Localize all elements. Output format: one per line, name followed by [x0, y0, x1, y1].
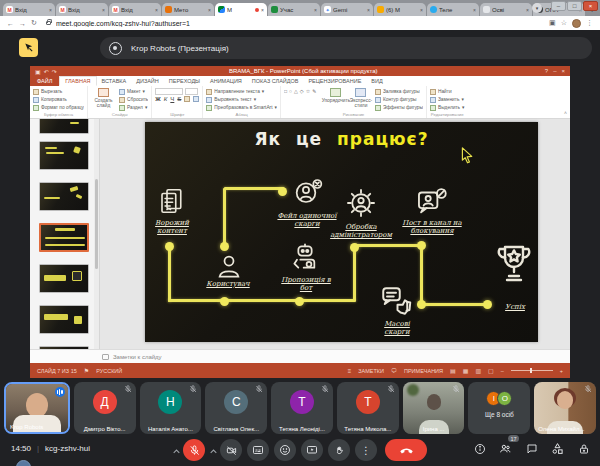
spellcheck-icon[interactable]: ⚑	[84, 367, 89, 374]
collapse-ribbon-icon[interactable]: ˄	[561, 110, 570, 118]
italic-button[interactable]: К	[164, 96, 168, 102]
browser-tab[interactable]: Теле×	[427, 3, 479, 16]
more-participants-tile[interactable]: І О Ще 8 осіб	[468, 382, 530, 434]
language-indicator[interactable]: РУССКИЙ	[96, 368, 122, 374]
profile-avatar[interactable]	[572, 19, 581, 28]
font-color-icon[interactable]	[193, 96, 199, 102]
presenting-cursor-icon[interactable]	[19, 38, 38, 57]
slide-thumbnail[interactable]	[39, 182, 89, 211]
align-text-button[interactable]: Выровнять текст▾	[206, 96, 277, 103]
file-tab[interactable]: ФАЙЛ	[30, 76, 59, 86]
browser-tab[interactable]: Учас×	[268, 3, 320, 16]
bookmark-star-icon[interactable]: ☆	[561, 19, 567, 27]
ribbon-tab-view[interactable]: ВИД	[366, 78, 387, 84]
browser-tab[interactable]: ✦Gemi×	[321, 3, 373, 16]
chat-panel-icon[interactable]	[525, 442, 538, 455]
participant-tile[interactable]: Н Наталія Анато...	[140, 382, 202, 434]
slide-thumbnail-panel[interactable]	[30, 119, 100, 349]
mic-options-chevron-icon[interactable]	[173, 447, 180, 454]
camera-options-chevron-icon[interactable]	[210, 447, 217, 454]
participant-tile[interactable]: С Світлана Олек...	[205, 382, 267, 434]
format-painter-button[interactable]: Формат по образцу	[33, 104, 84, 111]
end-call-button[interactable]	[385, 439, 427, 461]
browser-menu-icon[interactable]: ⋮	[586, 19, 593, 27]
font-name-box[interactable]	[155, 88, 183, 95]
shape-effects-button[interactable]: Эффекты фигуры	[375, 104, 423, 111]
self-view-bubble[interactable]	[16, 460, 31, 466]
zoom-out-icon[interactable]: –	[501, 368, 504, 374]
tab-close-icon[interactable]: ×	[367, 7, 370, 13]
font-size-box[interactable]	[185, 88, 198, 95]
ribbon-tab-home[interactable]: ГЛАВНАЯ	[59, 76, 96, 86]
maximize-button[interactable]: □	[567, 1, 582, 11]
redo-icon[interactable]: ↷	[52, 68, 57, 75]
lock-icon[interactable]	[46, 21, 51, 25]
people-panel-icon[interactable]: 17	[499, 442, 512, 455]
comments-toggle[interactable]: ПРИМЕЧАНИЯ	[404, 368, 443, 374]
ribbon-tab-transitions[interactable]: ПЕРЕХОДЫ	[164, 78, 205, 84]
tab-close-icon[interactable]: ×	[155, 7, 158, 13]
ribbon-tab-animations[interactable]: АНИМАЦИЯ	[205, 78, 247, 84]
slide-thumbnail[interactable]	[39, 264, 89, 293]
undo-icon[interactable]: ↶	[44, 68, 49, 75]
slide-thumbnail[interactable]	[39, 305, 89, 334]
tab-close-icon[interactable]: ×	[314, 7, 317, 13]
find-button[interactable]: Найти	[430, 88, 465, 95]
activities-icon[interactable]	[551, 442, 564, 455]
participant-tile[interactable]: Т Тетяна Микола...	[337, 382, 399, 434]
browser-tab[interactable]: Мето×	[162, 3, 214, 16]
ribbon-tab-review[interactable]: РЕЦЕНЗИРОВАНИЕ	[303, 78, 366, 84]
reactions-button[interactable]	[274, 439, 296, 461]
comments-toggle-icon[interactable]: 🗩	[391, 368, 397, 374]
meeting-details-icon[interactable]	[473, 442, 486, 455]
quick-styles-button[interactable]: Экспресс-стили	[350, 88, 372, 111]
extensions-icon[interactable]: ▣	[549, 19, 556, 27]
tab-close-icon[interactable]: ×	[261, 7, 264, 13]
arrange-button[interactable]: Упорядочить	[325, 88, 347, 111]
text-shadow-icon[interactable]	[184, 96, 190, 102]
section-button[interactable]: Раздел▾	[119, 104, 148, 111]
notes-toggle[interactable]: ЗАМЕТКИ	[358, 368, 384, 374]
participant-tile[interactable]: Т Тетяна Леоніді...	[271, 382, 333, 434]
help-icon[interactable]: ?	[545, 68, 548, 74]
new-slide-button[interactable]: Создать слайд	[91, 88, 116, 111]
browser-tab[interactable]: MВхід×	[56, 3, 108, 16]
url-text[interactable]: meet.google.com/kcg-zshv-hui?authuser=1	[56, 20, 190, 27]
tab-close-icon[interactable]: ×	[420, 7, 423, 13]
captions-button[interactable]	[247, 439, 269, 461]
more-options-button[interactable]: ⋮	[355, 439, 377, 461]
slide-thumbnail[interactable]	[39, 119, 89, 134]
tab-close-icon[interactable]: ×	[49, 7, 52, 13]
convert-smartart-button[interactable]: Преобразовать в SmartArt▾	[206, 104, 277, 111]
slide-thumbnail[interactable]	[39, 141, 89, 170]
participant-tile[interactable]: Ірина ...	[403, 382, 465, 434]
present-button[interactable]	[301, 439, 323, 461]
cut-button[interactable]: Вырезать	[33, 88, 84, 95]
browser-tab-active[interactable]: M×	[215, 3, 267, 16]
view-sorter-icon[interactable]: ▦	[463, 367, 469, 374]
tab-close-icon[interactable]: ×	[102, 7, 105, 13]
participant-tile[interactable]: Олена Михайл...	[534, 382, 596, 434]
save-icon[interactable]: ▣	[35, 68, 41, 75]
minimize-button[interactable]: –	[551, 1, 566, 11]
strikethrough-button[interactable]: S	[177, 96, 181, 102]
ribbon-tab-insert[interactable]: ВСТАВКА	[97, 78, 132, 84]
ribbon-tab-slideshow[interactable]: ПОКАЗ СЛАЙДОВ	[247, 78, 304, 84]
notes-pane[interactable]: Заметки к слайду	[30, 349, 570, 363]
host-controls-icon[interactable]	[577, 442, 590, 455]
zoom-slider[interactable]	[511, 370, 553, 371]
browser-tab[interactable]: MВхід×	[3, 3, 55, 16]
shapes-gallery[interactable]: □○△◇☆✎	[284, 88, 322, 111]
view-normal-icon[interactable]: ▤	[450, 367, 456, 374]
reset-button[interactable]: Сбросить	[119, 96, 148, 103]
participant-tile[interactable]: Д Дмитро Вікто...	[74, 382, 136, 434]
camera-off-button[interactable]	[220, 439, 242, 461]
replace-button[interactable]: Заменить▾	[430, 96, 465, 103]
underline-button[interactable]: Ч	[170, 96, 174, 102]
browser-tab[interactable]: (6) М×	[374, 3, 426, 16]
presentation-banner[interactable]: Krop Robots (Презентація)	[100, 37, 592, 59]
forward-icon[interactable]: →	[19, 20, 26, 27]
copy-button[interactable]: Копировать	[33, 96, 84, 103]
view-slideshow-icon[interactable]: ▢	[488, 367, 494, 374]
raise-hand-button[interactable]	[328, 439, 350, 461]
